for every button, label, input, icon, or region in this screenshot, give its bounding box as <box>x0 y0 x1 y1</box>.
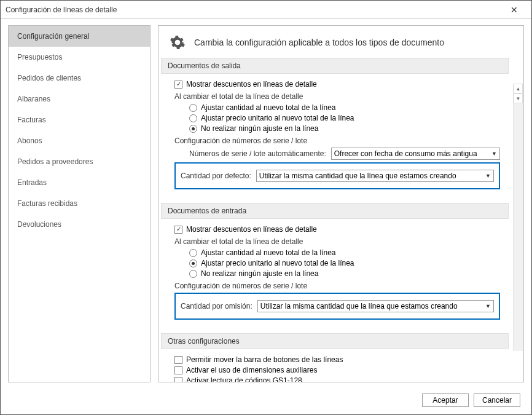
chevron-down-icon: ▼ <box>491 151 497 157</box>
sidebar: Configuración general Presupuestos Pedid… <box>8 25 151 382</box>
cancel-button[interactable]: Cancelar <box>474 393 520 407</box>
section-input: Mostrar descuentos en líneas de detalle … <box>161 225 509 333</box>
radio-label: No realizar ningún ajuste en la línea <box>201 124 318 133</box>
scroll-area: Documentos de salida Mostrar descuentos … <box>158 58 514 382</box>
dropdown-value: Ofrecer con fecha de consumo más antigua <box>334 149 491 158</box>
panel-header-text: Cambia la configuración aplicable a todo… <box>194 38 444 47</box>
radio-no-adjust-input[interactable]: No realizar ningún ajuste en la línea <box>189 269 500 278</box>
radio-label: No realizar ningún ajuste en la línea <box>201 269 318 278</box>
radio-label: Ajustar cantidad al nuevo total de la lí… <box>201 103 335 112</box>
sidebar-item-entradas[interactable]: Entradas <box>9 172 150 193</box>
label-serial-auto: Números de serie / lote automáticamente: <box>189 149 326 158</box>
label-default-qty-output: Cantidad por defecto: <box>181 172 251 180</box>
checkbox-icon <box>174 226 182 234</box>
radio-icon <box>189 104 197 112</box>
sidebar-item-label: Presupuestos <box>17 53 62 61</box>
sidebar-item-pedidos-proveedores[interactable]: Pedidos a proveedores <box>9 151 150 172</box>
sidebar-item-label: Facturas recibidas <box>17 199 77 208</box>
content-area: Configuración general Presupuestos Pedid… <box>1 19 531 389</box>
sidebar-item-general[interactable]: Configuración general <box>9 26 150 47</box>
dropdown-default-qty-input[interactable]: Utilizar la misma cantidad que la línea … <box>257 300 494 312</box>
label-change-total-input: Al cambiar el total de la línea de detal… <box>174 237 500 246</box>
sidebar-item-label: Configuración general <box>17 32 89 41</box>
sidebar-item-facturas-recibidas[interactable]: Facturas recibidas <box>9 193 150 214</box>
dropdown-serial-auto[interactable]: Ofrecer con fecha de consumo más antigua… <box>331 148 500 160</box>
label-default-qty-input: Cantidad por omisión: <box>181 302 252 310</box>
radio-adjust-price-input[interactable]: Ajustar precio unitario al nuevo total d… <box>189 259 500 267</box>
checkbox-label: Mostrar descuentos en líneas de detalle <box>186 225 317 234</box>
checkbox-aux-dimensions[interactable]: Activar el uso de dimensiones auxiliares <box>174 366 500 374</box>
sidebar-item-label: Entradas <box>17 178 47 187</box>
radio-label: Ajustar precio unitario al nuevo total d… <box>201 259 354 267</box>
button-label: Cancelar <box>482 396 512 405</box>
sidebar-item-facturas[interactable]: Facturas <box>9 109 150 130</box>
radio-no-adjust-output[interactable]: No realizar ningún ajuste en la línea <box>189 124 500 133</box>
radio-group-output: Ajustar cantidad al nuevo total de la lí… <box>189 103 500 133</box>
section-other: Permitir mover la barra de botones de la… <box>161 355 509 382</box>
panel-header: Cambia la configuración aplicable a todo… <box>158 26 523 58</box>
checkbox-label: Mostrar descuentos en líneas de detalle <box>186 80 317 89</box>
radio-icon <box>189 249 197 257</box>
scroll-down-icon[interactable]: ▼ <box>514 93 523 103</box>
section-input-title: Documentos de entrada <box>161 203 509 219</box>
section-output: Mostrar descuentos en líneas de detalle … <box>161 80 509 203</box>
checkbox-label: Activar lectura de códigos GS1-128 <box>186 376 302 382</box>
radio-icon <box>189 114 197 122</box>
radio-adjust-price-output[interactable]: Ajustar precio unitario al nuevo total d… <box>189 114 500 122</box>
radio-adjust-qty-output[interactable]: Ajustar cantidad al nuevo total de la lí… <box>189 103 500 112</box>
radio-adjust-qty-input[interactable]: Ajustar cantidad al nuevo total de la lí… <box>189 248 500 257</box>
sidebar-item-label: Facturas <box>17 116 46 124</box>
row-serial-auto: Números de serie / lote automáticamente:… <box>189 148 500 160</box>
accept-button[interactable]: Aceptar <box>422 393 469 407</box>
main-panel: Cambia la configuración aplicable a todo… <box>158 25 524 382</box>
checkbox-label: Permitir mover la barra de botones de la… <box>186 355 343 364</box>
radio-label: Ajustar precio unitario al nuevo total d… <box>201 114 354 122</box>
radio-icon <box>189 125 197 133</box>
label-serial-config-input: Configuración de números de serie / lote <box>174 282 500 290</box>
highlight-default-qty-input: Cantidad por omisión: Utilizar la misma … <box>174 293 500 320</box>
radio-group-input: Ajustar cantidad al nuevo total de la lí… <box>189 248 500 278</box>
sidebar-item-albaranes[interactable]: Albaranes <box>9 89 150 109</box>
label-change-total-output: Al cambiar el total de la línea de detal… <box>174 92 500 101</box>
radio-icon <box>189 270 197 278</box>
button-label: Aceptar <box>432 396 458 405</box>
window-title: Configuración de líneas de detalle <box>6 6 502 14</box>
highlight-default-qty-output: Cantidad por defecto: Utilizar la misma … <box>174 162 500 189</box>
sidebar-item-abonos[interactable]: Abonos <box>9 130 150 151</box>
checkbox-move-bar[interactable]: Permitir mover la barra de botones de la… <box>174 355 500 364</box>
sidebar-item-presupuestos[interactable]: Presupuestos <box>9 47 150 68</box>
scroll-up-icon[interactable]: ▲ <box>514 84 523 93</box>
sidebar-item-label: Pedidos a proveedores <box>17 157 93 166</box>
vertical-scrollbar[interactable]: ▲ ▼ <box>513 84 523 351</box>
checkbox-icon <box>174 377 182 382</box>
sidebar-item-label: Devoluciones <box>17 220 61 229</box>
section-output-title: Documentos de salida <box>161 58 509 74</box>
dropdown-default-qty-output[interactable]: Utilizar la misma cantidad que la línea … <box>256 170 494 182</box>
title-bar: Configuración de líneas de detalle ✕ <box>1 1 531 19</box>
chevron-down-icon: ▼ <box>485 303 491 309</box>
checkbox-icon <box>174 81 182 89</box>
section-other-title: Otras configuraciones <box>161 333 509 349</box>
checkbox-show-discounts-output[interactable]: Mostrar descuentos en líneas de detalle <box>174 80 500 89</box>
checkbox-gs1[interactable]: Activar lectura de códigos GS1-128 <box>174 376 500 382</box>
label-serial-config-output: Configuración de números de serie / lote <box>174 136 500 145</box>
checkbox-icon <box>174 356 182 364</box>
chevron-down-icon: ▼ <box>485 173 491 179</box>
button-bar: Aceptar Cancelar <box>1 389 531 414</box>
checkbox-label: Activar el uso de dimensiones auxiliares <box>186 366 317 374</box>
sidebar-item-label: Abonos <box>17 136 42 145</box>
sidebar-item-label: Albaranes <box>17 95 50 103</box>
radio-label: Ajustar cantidad al nuevo total de la lí… <box>201 248 335 257</box>
dropdown-value: Utilizar la misma cantidad que la línea … <box>259 172 485 180</box>
sidebar-item-pedidos-clientes[interactable]: Pedidos de clientes <box>9 68 150 89</box>
sidebar-item-label: Pedidos de clientes <box>17 74 81 82</box>
dropdown-value: Utilizar la misma cantidad que la línea … <box>260 302 485 310</box>
close-icon[interactable]: ✕ <box>502 5 526 15</box>
gear-icon <box>170 34 186 50</box>
radio-icon <box>189 259 197 267</box>
checkbox-show-discounts-input[interactable]: Mostrar descuentos en líneas de detalle <box>174 225 500 234</box>
checkbox-icon <box>174 366 182 374</box>
sidebar-item-devoluciones[interactable]: Devoluciones <box>9 214 150 235</box>
